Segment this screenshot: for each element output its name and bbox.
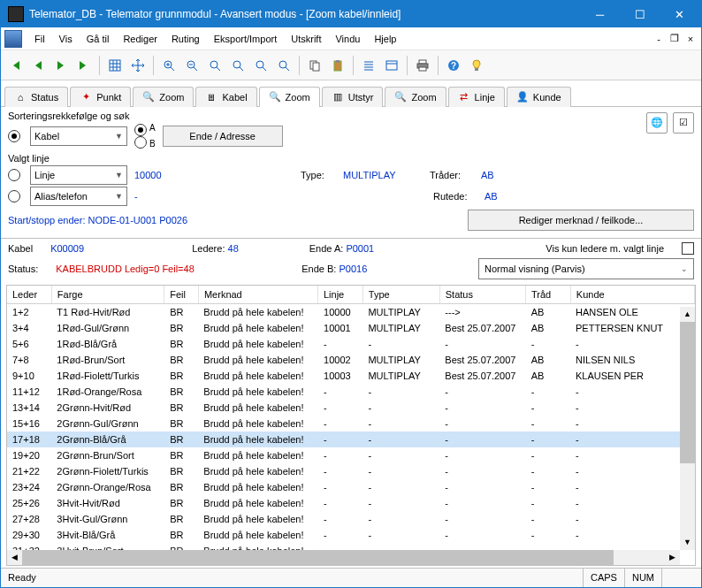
table-row[interactable]: 13+142Grønn-Hvit/RødBRBrudd på hele kabe… <box>7 400 695 416</box>
table-row[interactable]: 29+303Hvit-Blå/GråBRBrudd på hele kabele… <box>7 527 695 543</box>
tab-label: Status <box>31 92 58 103</box>
menu-rediger[interactable]: Rediger <box>116 32 164 46</box>
table-row[interactable]: 23+242Grønn-Orange/RosaBRBrudd på hele k… <box>7 479 695 495</box>
scroll-down-icon[interactable]: ▼ <box>680 535 695 550</box>
table-row[interactable]: 7+81Rød-Brun/SortBRBrudd på hele kabelen… <box>7 352 695 368</box>
table-row[interactable]: 21+222Grønn-Fiolett/TurkisBRBrudd på hel… <box>7 463 695 479</box>
menu-vis[interactable]: Vis <box>52 32 80 46</box>
cell-kunde: - <box>570 449 695 462</box>
col-merknad[interactable]: Merknad <box>199 286 318 303</box>
mdi-close-icon[interactable]: × <box>683 33 698 45</box>
alias-combo[interactable]: Alias/telefon▼ <box>30 187 127 206</box>
radio-b-row[interactable]: B <box>134 136 156 149</box>
menu-vindu[interactable]: Vindu <box>328 32 367 46</box>
svg-rect-8 <box>313 63 319 71</box>
cell-status: - <box>439 529 525 541</box>
menu-fil[interactable]: Fil <box>27 32 52 46</box>
table-row[interactable]: 25+263Hvit-Hvit/RødBRBrudd på hele kabel… <box>7 495 695 511</box>
zoom-in-icon[interactable] <box>158 55 179 76</box>
cell-feil: BR <box>164 306 198 318</box>
tab-linje[interactable]: ⇄Linje <box>448 87 505 107</box>
col-status[interactable]: Status <box>440 286 526 303</box>
tab-zoom-kabel[interactable]: 🔍Zoom <box>259 87 320 107</box>
radio-kabel[interactable] <box>8 130 20 142</box>
visning-select[interactable]: Normal visning (Parvis)⌄ <box>478 258 694 279</box>
copy-icon[interactable] <box>304 55 325 76</box>
col-trad[interactable]: Tråd <box>526 286 571 303</box>
radio-b[interactable] <box>134 136 147 149</box>
maximize-button[interactable]: ☐ <box>620 1 660 27</box>
zoom-icon-6[interactable] <box>273 55 294 76</box>
col-farge[interactable]: Farge <box>52 286 164 303</box>
kabel-combo[interactable]: Kabel▼ <box>30 126 127 146</box>
tips-icon[interactable] <box>466 55 487 76</box>
col-linje[interactable]: Linje <box>318 286 363 303</box>
minimize-button[interactable]: ─ <box>580 1 620 27</box>
menu-eksport[interactable]: Eksport/Import <box>207 32 285 46</box>
table-row[interactable]: 27+283Hvit-Gul/GrønnBRBrudd på hele kabe… <box>7 511 695 527</box>
scroll-track[interactable] <box>680 322 695 535</box>
zoom-icon-4[interactable] <box>227 55 248 76</box>
scroll-up-icon[interactable]: ▲ <box>680 307 695 322</box>
paste-icon[interactable] <box>327 55 348 76</box>
scroll-right-icon[interactable]: ▶ <box>665 550 680 565</box>
radio-a[interactable] <box>134 124 147 136</box>
help-icon[interactable]: ? <box>443 55 464 76</box>
scroll-track[interactable] <box>22 550 665 565</box>
table-row[interactable]: 11+121Rød-Orange/RosaBRBrudd på hele kab… <box>7 384 695 400</box>
radio-alias[interactable] <box>8 190 20 202</box>
list-icon[interactable] <box>358 55 379 76</box>
col-type[interactable]: Type <box>363 286 440 303</box>
menu-hjelp[interactable]: Hjelp <box>367 32 403 46</box>
radio-a-row[interactable]: A <box>134 123 156 136</box>
ende-adresse-button[interactable]: Ende / Adresse <box>163 126 283 147</box>
svg-point-3 <box>210 61 217 68</box>
zoom-icon-3[interactable] <box>204 55 225 76</box>
tab-kabel[interactable]: 🗏Kabel <box>195 87 256 107</box>
table-row[interactable]: 19+202Grønn-Brun/SortBRBrudd på hele kab… <box>7 447 695 463</box>
menu-utskrift[interactable]: Utskrift <box>284 32 328 46</box>
menu-gatil[interactable]: Gå til <box>80 32 117 46</box>
globe-icon[interactable]: 🌐 <box>646 112 668 134</box>
scroll-left-icon[interactable]: ◀ <box>7 550 22 565</box>
table-row[interactable]: 15+162Grønn-Gul/GrønnBRBrudd på hele kab… <box>7 416 695 431</box>
zoom-icon-5[interactable] <box>250 55 271 76</box>
tab-kunde[interactable]: 👤Kunde <box>507 87 571 107</box>
app-menu-icon[interactable] <box>4 30 22 48</box>
select-icon[interactable]: ☑ <box>673 112 694 134</box>
scroll-thumb[interactable] <box>680 322 695 463</box>
vertical-scrollbar[interactable]: ▲ ▼ <box>680 307 695 550</box>
grid-icon[interactable] <box>104 55 126 76</box>
linje-combo[interactable]: Linje▼ <box>30 165 127 185</box>
tab-status[interactable]: ⌂Status <box>4 87 68 107</box>
print-icon[interactable] <box>412 55 433 76</box>
nav-last-button[interactable] <box>73 55 95 76</box>
nav-prev-button[interactable] <box>27 55 49 76</box>
tab-zoom-1[interactable]: 🔍Zoom <box>133 87 194 107</box>
move-icon[interactable] <box>127 55 149 76</box>
mdi-restore-icon[interactable]: ❐ <box>668 33 682 45</box>
tab-utstyr[interactable]: ▥Utstyr <box>322 87 384 107</box>
detail-icon[interactable] <box>381 55 402 76</box>
col-leder[interactable]: Leder <box>7 286 52 303</box>
tab-punkt[interactable]: ✦Punkt <box>70 87 131 107</box>
table-row[interactable]: 9+101Rød-Fiolett/TurkisBRBrudd på hele k… <box>7 368 695 384</box>
col-feil[interactable]: Feil <box>164 286 199 303</box>
tab-zoom-3[interactable]: 🔍Zoom <box>385 87 446 107</box>
col-kunde[interactable]: Kunde <box>571 286 695 303</box>
table-row[interactable]: 5+61Rød-Blå/GråBRBrudd på hele kabelen!-… <box>7 336 695 352</box>
radio-linje[interactable] <box>8 169 20 181</box>
table-row[interactable]: 1+2T1 Rød-Hvit/RødBRBrudd på hele kabele… <box>7 304 695 320</box>
nav-first-button[interactable] <box>4 55 26 76</box>
close-button[interactable]: ✕ <box>660 1 699 27</box>
horizontal-scrollbar[interactable]: ◀ ▶ <box>7 550 680 565</box>
vis-kun-checkbox[interactable] <box>682 242 694 255</box>
menu-ruting[interactable]: Ruting <box>164 32 207 46</box>
table-row[interactable]: 3+41Rød-Gul/GrønnBRBrudd på hele kabelen… <box>7 320 695 336</box>
mdi-minimize-icon[interactable]: - <box>652 33 666 45</box>
scroll-thumb[interactable] <box>22 550 614 565</box>
table-row[interactable]: 17+182Grønn-Blå/GråBRBrudd på hele kabel… <box>7 431 695 447</box>
zoom-out-icon[interactable] <box>181 55 202 76</box>
nav-next-button[interactable] <box>50 55 72 76</box>
rediger-merknad-button[interactable]: Rediger merknad / feilkode... <box>468 210 694 231</box>
